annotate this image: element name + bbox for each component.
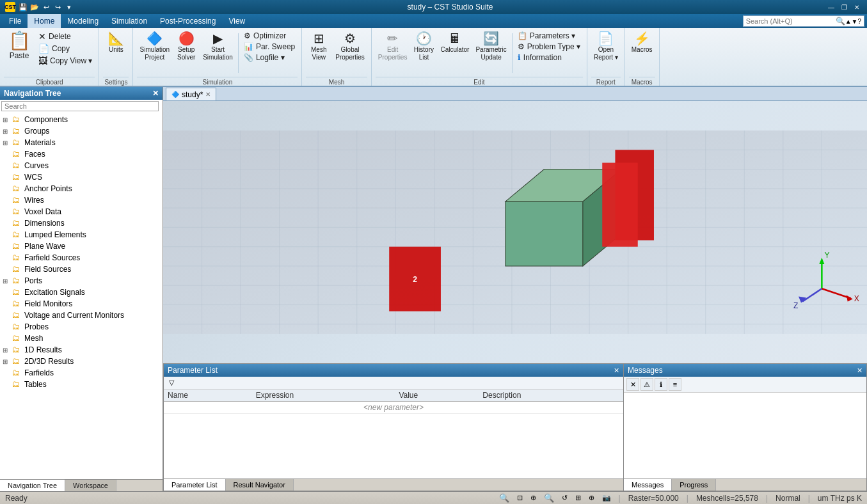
new-param-placeholder[interactable]: <new parameter> [164, 402, 623, 414]
tree-item-dimensions[interactable]: 🗂 Dimensions [0, 217, 163, 229]
menu-view[interactable]: View [222, 14, 251, 28]
logfile-button[interactable]: 📎 Logfile ▾ [241, 52, 298, 63]
units-icon: 📐 [108, 32, 124, 45]
tree-item-plane-wave[interactable]: 🗂 Plane Wave [0, 240, 163, 252]
new-param-row[interactable]: <new parameter> [164, 402, 623, 414]
menu-post-processing[interactable]: Post-Processing [154, 14, 222, 28]
panel-tab-result-navigator[interactable]: Result Navigator [226, 479, 294, 491]
tree-item-lumped-elements[interactable]: 🗂 Lumped Elements [0, 229, 163, 240]
tree-item-anchor-points[interactable]: 🗂 Anchor Points [0, 183, 163, 194]
minimize-btn[interactable]: — [826, 2, 836, 12]
param-filter-icon[interactable]: ▽ [166, 378, 177, 388]
tree-item-materials[interactable]: ⊞ 🗂 Materials [0, 137, 163, 148]
tree-item-field-sources[interactable]: 🗂 Field Sources [0, 264, 163, 275]
delete-label: Delete [49, 32, 71, 41]
tree-item-voxel-data[interactable]: 🗂 Voxel Data [0, 206, 163, 217]
qat-save[interactable]: 💾 [18, 2, 28, 12]
status-rotate-icon[interactable]: ↺ [562, 494, 568, 502]
folder-icon: 🗂 [12, 368, 22, 378]
start-simulation-button[interactable]: ▶ StartSimulation [200, 31, 235, 63]
mesh-content: ⊞ MeshView ⚙ GlobalProperties [306, 31, 367, 75]
msg-warning-btn[interactable]: ⚠ [640, 378, 653, 391]
menu-home[interactable]: Home [28, 14, 61, 28]
history-list-button[interactable]: 🕐 HistoryList [411, 31, 436, 63]
tree-item-probes[interactable]: 🗂 Probes [0, 321, 163, 333]
par-sweep-button[interactable]: 📊 Par. Sweep [241, 42, 298, 52]
tree-item-farfields[interactable]: 🗂 Farfields [0, 367, 163, 379]
nav-panel-close-icon[interactable]: ✕ [152, 89, 159, 98]
global-properties-button[interactable]: ⚙ GlobalProperties [333, 31, 367, 63]
tree-item-excitation-signals[interactable]: 🗂 Excitation Signals [0, 287, 163, 298]
copy-button[interactable]: 📄 Copy [36, 43, 95, 54]
status-axes-icon[interactable]: ⊕ [589, 494, 594, 502]
tree-item-field-monitors[interactable]: 🗂 Field Monitors [0, 298, 163, 310]
tree-item-curves[interactable]: 🗂 Curves [0, 160, 163, 171]
status-nav-icon[interactable]: ⊕ [530, 494, 536, 502]
menu-file[interactable]: File [3, 14, 28, 28]
messages-panel-close-icon[interactable]: ✕ [857, 366, 863, 375]
panel-tab-param-list[interactable]: Parameter List [164, 479, 226, 491]
status-zoom-in-icon[interactable]: 🔍 [499, 493, 509, 503]
param-panel-close-icon[interactable]: ✕ [614, 366, 619, 375]
copy-view-button[interactable]: 🖼 Copy View ▾ [36, 55, 95, 67]
search-up-icon[interactable]: ▲ [845, 18, 852, 25]
information-button[interactable]: ℹ Information [515, 52, 583, 63]
edit-properties-button[interactable]: ✏ EditProperties [376, 31, 410, 63]
tree-item-components[interactable]: ⊞ 🗂 Components [0, 114, 163, 125]
nav-tab-navigation-tree[interactable]: Navigation Tree [0, 480, 65, 491]
setup-solver-button[interactable]: 🔴 SetupSolver [173, 31, 199, 63]
status-mesh-icon[interactable]: ⊞ [575, 494, 581, 502]
units-button[interactable]: 📐 Units [103, 31, 129, 55]
tree-item-2d3d-results[interactable]: ⊞ 🗂 2D/3D Results [0, 356, 163, 367]
menu-simulation[interactable]: Simulation [105, 14, 154, 28]
macros-button[interactable]: ⚡ Macros [629, 31, 655, 55]
optimizer-button[interactable]: ⚙ Optimizer [241, 31, 298, 41]
search-input[interactable] [746, 17, 836, 25]
problem-type-button[interactable]: ⚙ Problem Type ▾ [515, 42, 583, 52]
tree-item-voltage-current-monitors[interactable]: 🗂 Voltage and Current Monitors [0, 310, 163, 321]
qat-undo[interactable]: ↩ [41, 2, 51, 12]
search-box[interactable]: 🔍 ▲ ▼ ? [743, 15, 864, 27]
tree-item-wcs[interactable]: 🗂 WCS [0, 171, 163, 183]
doc-tab-close-icon[interactable]: ✕ [205, 91, 211, 98]
calculator-button[interactable]: 🖩 Calculator [438, 31, 472, 55]
parametric-update-button[interactable]: 🔄 ParametricUpdate [473, 31, 509, 63]
status-zoom-out-icon[interactable]: 🔍 [544, 493, 554, 503]
search-down-icon[interactable]: ▼ [852, 18, 858, 25]
svg-text:Y: Y [824, 251, 829, 260]
open-report-button[interactable]: 📄 OpenReport ▾ [591, 31, 621, 63]
tree-item-groups[interactable]: ⊞ 🗂 Groups [0, 125, 163, 137]
tree-item-mesh[interactable]: 🗂 Mesh [0, 333, 163, 344]
menu-modeling[interactable]: Modeling [61, 14, 105, 28]
msg-info-btn[interactable]: ℹ [655, 378, 667, 391]
simulation-project-button[interactable]: 🔷 SimulationProject [137, 31, 172, 63]
mesh-view-button[interactable]: ⊞ MeshView [306, 31, 331, 63]
qat-more[interactable]: ▾ [64, 2, 74, 12]
parameters-button[interactable]: 📋 Parameters ▾ [515, 31, 583, 41]
tree-item-faces[interactable]: 🗂 Faces [0, 148, 163, 160]
status-fit-icon[interactable]: ⊡ [517, 494, 523, 502]
qat-open[interactable]: 📂 [29, 2, 40, 12]
viewport[interactable]: 2 [163, 101, 867, 363]
parameters-label: Parameters ▾ [530, 31, 575, 40]
tree-item-wires[interactable]: 🗂 Wires [0, 194, 163, 206]
tree-item-tables[interactable]: 🗂 Tables [0, 379, 163, 390]
tree-item-ports[interactable]: ⊞ 🗂 Ports [0, 275, 163, 287]
msg-clear-btn[interactable]: ✕ [626, 378, 639, 391]
status-camera-icon[interactable]: 📷 [602, 494, 611, 502]
delete-button[interactable]: ✕ Delete [36, 31, 95, 42]
search-help-icon[interactable]: ? [857, 18, 861, 25]
nav-search-input[interactable] [1, 101, 159, 111]
paste-button[interactable]: 📋 Paste [4, 31, 35, 61]
nav-tab-workspace[interactable]: Workspace [65, 480, 116, 491]
msg-expand-btn[interactable]: ≡ [669, 378, 681, 391]
tree-label: Plane Wave [24, 242, 65, 251]
tree-item-1d-results[interactable]: ⊞ 🗂 1D Results [0, 344, 163, 356]
close-btn[interactable]: ✕ [852, 2, 862, 12]
messages-tab-messages[interactable]: Messages [624, 479, 672, 491]
qat-redo[interactable]: ↪ [52, 2, 63, 12]
tree-item-farfield-sources[interactable]: 🗂 Farfield Sources [0, 252, 163, 264]
restore-btn[interactable]: ❐ [839, 2, 849, 12]
doc-tab-study[interactable]: 🔷 study* ✕ [166, 88, 216, 100]
messages-tab-progress[interactable]: Progress [672, 479, 716, 491]
